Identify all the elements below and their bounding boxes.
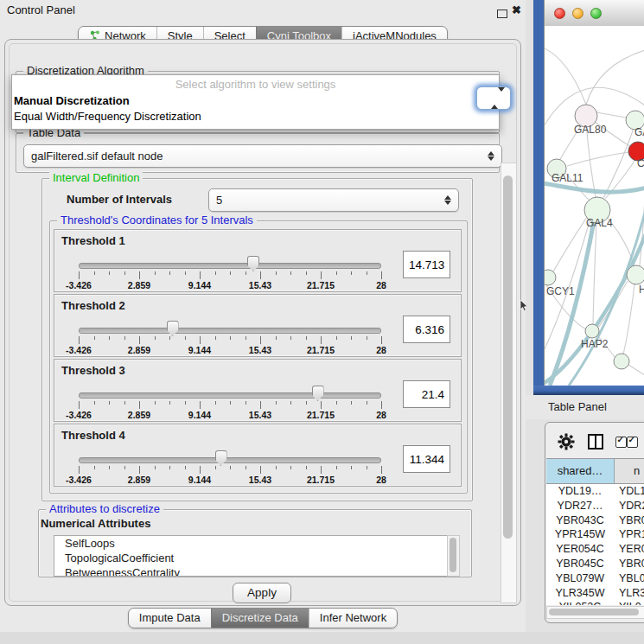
threshold-value-field[interactable] — [403, 445, 450, 473]
table-row[interactable]: YDL19…YDL1 — [546, 484, 644, 499]
network-canvas[interactable]: GAL80 GA C GAL11 GAL4 GCY1 H HAP2 — [545, 26, 644, 386]
cell[interactable]: YBR043C — [546, 513, 614, 528]
node-label-ga: GA — [634, 126, 644, 138]
tick-label: 21.715 — [307, 345, 335, 355]
cell[interactable]: YIL0 — [614, 600, 644, 605]
cell[interactable]: YDL19… — [546, 484, 614, 499]
list-item[interactable]: BetweennessCentrality — [54, 565, 447, 577]
tick-label: 15.43 — [249, 280, 271, 290]
close-traffic-light-icon[interactable] — [554, 8, 565, 19]
cell[interactable]: YPR1 — [614, 527, 644, 542]
tick-mark — [215, 271, 216, 275]
table-row[interactable]: YDR27…YDR2 — [546, 499, 644, 513]
num-intervals-combobox[interactable]: 5 — [208, 188, 459, 212]
table-data-combobox[interactable]: galFiltered.sif default node — [23, 144, 502, 168]
panel-vertical-scrollbar[interactable] — [501, 163, 517, 603]
cell[interactable]: YDR2 — [614, 499, 644, 513]
slider-thumb[interactable] — [247, 256, 259, 271]
cell[interactable]: YLR3 — [614, 586, 644, 601]
threshold-label: Threshold 2 — [61, 299, 125, 312]
cell[interactable]: YIL052C — [546, 600, 614, 605]
network-window-titlebar[interactable] — [545, 0, 644, 27]
cell[interactable]: YLR345W — [546, 586, 614, 601]
tab-impute-data[interactable]: Impute Data — [129, 609, 211, 628]
column-header-shared-name[interactable]: shared… — [546, 459, 615, 483]
slider-ticks — [79, 401, 381, 409]
tab-discretize-data[interactable]: Discretize Data — [211, 609, 309, 628]
scrollbar-thumb[interactable] — [549, 609, 639, 615]
node-label-c: C — [637, 157, 644, 169]
table-row[interactable]: YBR043CYBR0 — [546, 513, 644, 528]
table-horizontal-scrollbar[interactable] — [546, 606, 644, 619]
tick-mark — [276, 401, 277, 405]
attributes-list-scrollbar[interactable] — [447, 535, 460, 577]
threshold-slider[interactable]: -3.4262.8599.14415.4321.71528 — [79, 384, 381, 418]
list-item[interactable]: SelfLoops — [54, 536, 447, 551]
tick-mark — [79, 271, 80, 279]
cell[interactable]: YBL079W — [546, 571, 614, 586]
float-panel-icon[interactable] — [497, 10, 507, 18]
table-row[interactable]: YER054CYER0 — [546, 542, 644, 557]
tick-mark — [306, 271, 307, 275]
slider-thumb[interactable] — [312, 386, 324, 401]
table-row[interactable]: YBR045CYBR0 — [546, 557, 644, 571]
table-panel-title: Table Panel — [548, 400, 607, 413]
slider-track[interactable] — [79, 263, 381, 269]
cell[interactable]: YBR0 — [614, 513, 644, 528]
close-icon[interactable]: ✖ — [512, 3, 521, 16]
node-partial — [614, 354, 629, 369]
slider-thumb[interactable] — [215, 450, 227, 466]
tab-infer-network[interactable]: Infer Network — [309, 609, 397, 628]
checkbox-icon[interactable] — [627, 437, 638, 448]
tick-mark — [124, 466, 125, 469]
column-header-name[interactable]: n — [615, 459, 644, 483]
threshold-slider[interactable]: -3.4262.8599.14415.4321.71528 — [79, 254, 381, 289]
tick-label: 2.859 — [128, 345, 150, 355]
checkbox-icon[interactable] — [615, 437, 627, 448]
attributes-list[interactable]: SelfLoops TopologicalCoefficient Between… — [54, 535, 448, 577]
table-row[interactable]: YPR145WYPR1 — [546, 527, 644, 542]
threshold-slider[interactable]: -3.4262.8599.14415.4321.71528 — [79, 319, 381, 354]
threshold-value-field[interactable] — [403, 316, 450, 343]
tick-mark — [290, 336, 291, 340]
cell[interactable]: YBR045C — [546, 557, 614, 571]
column-layout-icon[interactable] — [588, 434, 603, 450]
cell[interactable]: YER054C — [546, 542, 614, 557]
cell[interactable]: YDR27… — [546, 499, 614, 513]
dropdown-option-manual[interactable]: Manual Discretization — [12, 93, 499, 109]
tick-mark — [155, 336, 156, 340]
slider-tick-labels: -3.4262.8599.14415.4321.71528 — [79, 280, 381, 290]
tick-mark — [290, 271, 291, 275]
cell[interactable]: YDL1 — [614, 484, 644, 499]
zoom-traffic-light-icon[interactable] — [590, 8, 602, 19]
cell[interactable]: YPR145W — [546, 527, 614, 542]
tick-mark — [367, 336, 367, 340]
slider-tick-labels: -3.4262.8599.14415.4321.71528 — [79, 475, 381, 485]
cell[interactable]: YER0 — [614, 542, 644, 557]
slider-track[interactable] — [79, 457, 381, 463]
dropdown-option-equal-width[interactable]: Equal Width/Frequency Discretization — [12, 109, 499, 124]
scrollbar-thumb[interactable] — [450, 538, 456, 572]
table-row[interactable]: YIL052CYIL0 — [546, 600, 644, 605]
gear-icon[interactable] — [558, 433, 575, 450]
tick-mark — [79, 336, 80, 344]
list-item[interactable]: TopologicalCoefficient — [54, 551, 447, 565]
scrollbar-thumb[interactable] — [503, 175, 513, 539]
slider-thumb[interactable] — [167, 321, 179, 336]
slider-track[interactable] — [79, 392, 381, 399]
threshold-value-field[interactable] — [403, 380, 450, 408]
algorithm-combobox-focused[interactable] — [476, 86, 511, 110]
apply-button[interactable]: Apply — [233, 583, 291, 603]
cell[interactable]: YBL0 — [614, 571, 644, 586]
tick-mark — [79, 466, 80, 474]
threshold-row: Threshold 3 -3.4262.8599.14415.4321.7152… — [54, 359, 462, 422]
table-row[interactable]: YLR345WYLR3 — [546, 586, 644, 601]
threshold-value-field[interactable] — [403, 251, 450, 278]
threshold-slider[interactable]: -3.4262.8599.14415.4321.71528 — [79, 449, 381, 483]
node-label-gal11: GAL11 — [552, 172, 583, 184]
table-row[interactable]: YBL079WYBL0 — [546, 571, 644, 586]
tick-mark — [381, 466, 382, 474]
minimize-traffic-light-icon[interactable] — [572, 8, 583, 19]
slider-track[interactable] — [79, 328, 381, 334]
cell[interactable]: YBR0 — [614, 557, 644, 571]
